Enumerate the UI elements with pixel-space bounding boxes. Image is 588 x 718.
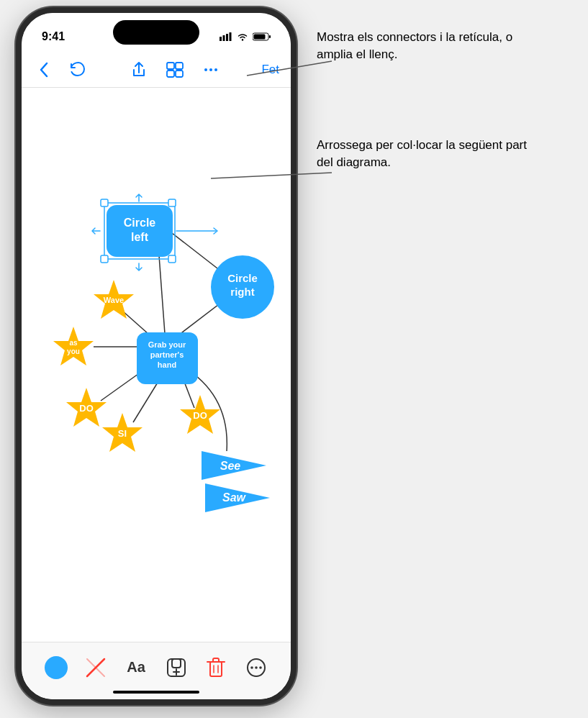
svg-text:hand: hand (158, 360, 176, 369)
svg-text:Grab your: Grab your (148, 340, 186, 349)
done-button[interactable]: Fet (261, 63, 279, 77)
more-options-icon (246, 658, 266, 678)
svg-point-16 (214, 68, 217, 71)
svg-text:partner's: partner's (150, 350, 184, 359)
svg-point-69 (259, 666, 262, 669)
svg-point-68 (255, 666, 258, 669)
diagram-svg: Circle left Circle right Grab your partn… (22, 88, 291, 642)
back-icon (40, 62, 48, 78)
svg-rect-4 (226, 34, 228, 41)
callout-text-2: Arrossega per col·locar la següent part … (317, 138, 527, 169)
svg-rect-59 (172, 659, 181, 668)
svg-point-14 (204, 68, 207, 71)
svg-text:Circle: Circle (227, 272, 258, 284)
signal-icon (220, 32, 232, 41)
svg-rect-28 (101, 255, 108, 263)
grid-button[interactable] (164, 59, 186, 81)
svg-text:right: right (230, 286, 254, 298)
svg-text:DO: DO (79, 403, 94, 414)
svg-point-67 (250, 666, 253, 669)
svg-rect-62 (210, 662, 222, 676)
status-icons (220, 32, 271, 41)
svg-point-15 (209, 68, 212, 71)
svg-text:Saw: Saw (222, 491, 247, 504)
canvas-area[interactable]: Circle left Circle right Grab your partn… (22, 88, 291, 642)
svg-text:you: you (67, 347, 80, 355)
more-options-button[interactable] (240, 652, 272, 683)
color-button[interactable] (40, 652, 72, 683)
svg-rect-9 (269, 35, 271, 38)
phone-frame: 9:41 (16, 7, 297, 705)
undo-icon (68, 61, 86, 78)
svg-rect-12 (167, 71, 174, 77)
line-icon (84, 656, 107, 679)
svg-rect-26 (101, 199, 108, 206)
svg-rect-10 (167, 63, 174, 69)
line-button[interactable] (80, 652, 112, 683)
back-button[interactable] (33, 59, 55, 81)
callout-text-1: Mostra els connectors i la retícula, o a… (317, 30, 512, 61)
add-shape-button[interactable] (160, 652, 192, 683)
add-shape-icon (166, 658, 186, 678)
home-indicator (113, 691, 199, 694)
svg-text:as: as (69, 339, 78, 347)
share-icon (131, 61, 147, 78)
status-time: 9:41 (42, 30, 65, 43)
svg-rect-13 (176, 71, 183, 77)
svg-rect-2 (220, 37, 222, 41)
more-button[interactable] (200, 59, 222, 81)
text-icon: Aa (127, 659, 145, 676)
svg-text:See: See (220, 460, 241, 472)
svg-point-6 (242, 39, 243, 40)
share-button[interactable] (128, 59, 150, 81)
undo-button[interactable] (66, 59, 88, 81)
svg-text:Wave: Wave (104, 296, 124, 304)
svg-rect-8 (254, 35, 266, 40)
svg-line-18 (158, 246, 166, 343)
callout-1: Mostra els connectors i la retícula, o a… (317, 29, 547, 63)
svg-rect-3 (223, 35, 225, 41)
trash-icon (207, 657, 225, 678)
svg-text:SI: SI (118, 428, 127, 439)
svg-rect-11 (176, 63, 183, 69)
toolbar-top: Fet (22, 52, 291, 88)
toolbar-right: Fet (261, 63, 279, 77)
svg-rect-27 (168, 199, 176, 206)
svg-rect-5 (230, 32, 232, 41)
callout-2: Arrossega per col·locar la següent part … (317, 137, 533, 171)
toolbar-center (128, 59, 222, 81)
text-button[interactable]: Aa (120, 652, 152, 683)
wifi-icon (237, 32, 248, 41)
more-icon (202, 61, 220, 78)
svg-text:Circle: Circle (124, 217, 156, 229)
toolbar-left (33, 59, 88, 81)
svg-text:DO: DO (193, 410, 207, 421)
phone-screen: 9:41 (22, 13, 291, 699)
battery-icon (253, 32, 271, 41)
delete-button[interactable] (200, 652, 232, 683)
dynamic-island (113, 20, 199, 45)
svg-text:left: left (131, 231, 149, 243)
svg-rect-29 (168, 255, 176, 263)
grid-icon (166, 61, 184, 78)
